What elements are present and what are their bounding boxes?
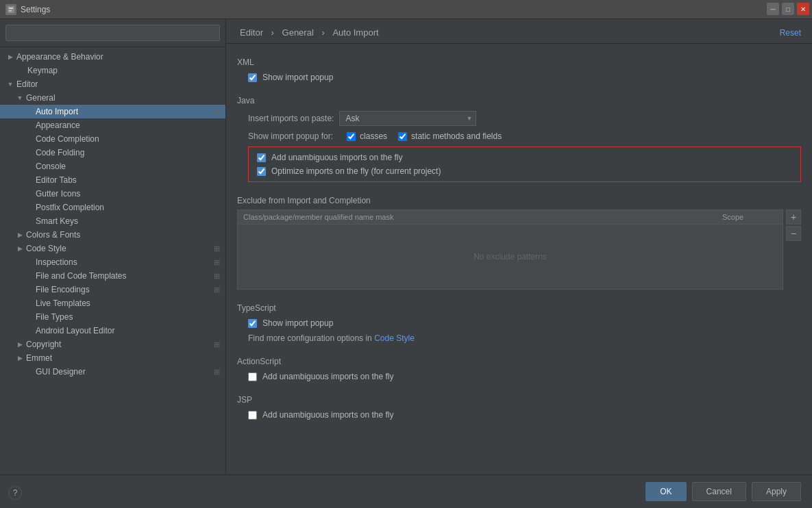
breadcrumb-separator: › xyxy=(271,27,277,38)
sidebar-item-emmet[interactable]: ▶ Emmet xyxy=(0,351,225,365)
sidebar-item-code-style[interactable]: ▶ Code Style ⊞ xyxy=(0,242,225,255)
cancel-button[interactable]: Cancel xyxy=(692,482,746,501)
sidebar-item-live-templates[interactable]: Live Templates xyxy=(0,296,225,310)
actionscript-section: ActionScript Add unambiguous imports on … xyxy=(237,357,801,381)
breadcrumb-separator: › xyxy=(321,27,327,38)
static-methods-check-group: static methods and fields xyxy=(398,131,502,141)
breadcrumb-part-general: General xyxy=(282,27,314,38)
sidebar-item-editor-tabs[interactable]: Editor Tabs xyxy=(0,173,225,187)
exclude-table-wrapper: Class/package/member qualified name mask… xyxy=(237,209,801,290)
sidebar-item-colors-fonts[interactable]: ▶ Colors & Fonts xyxy=(0,228,225,242)
as-add-unambiguous-label: Add unambiguous imports on the fly xyxy=(262,372,393,381)
classes-label: classes xyxy=(360,131,387,141)
sidebar-item-code-completion[interactable]: Code Completion xyxy=(0,132,225,146)
sidebar: ▶ Appearance & Behavior Keymap ▼ Editor … xyxy=(0,19,226,474)
sidebar-item-label: Code Completion xyxy=(34,134,225,144)
config-icon: ⊞ xyxy=(214,285,220,294)
optimize-imports-label: Optimize imports on the fly (for current… xyxy=(271,166,441,176)
sidebar-item-keymap[interactable]: Keymap xyxy=(0,64,225,77)
content-area: ▶ Appearance & Behavior Keymap ▼ Editor … xyxy=(0,19,812,474)
java-section: Java Insert imports on paste: Ask All No… xyxy=(237,96,801,182)
sidebar-item-gui-designer[interactable]: GUI Designer ⊞ xyxy=(0,365,225,379)
minimize-button[interactable]: ─ xyxy=(767,3,779,15)
sidebar-item-file-encodings[interactable]: File Encodings ⊞ xyxy=(0,283,225,296)
sidebar-item-label: Android Layout Editor xyxy=(34,326,225,335)
xml-show-import-popup-label: Show import popup xyxy=(262,73,333,82)
as-add-unambiguous-row: Add unambiguous imports on the fly xyxy=(237,372,801,381)
arrow-icon: ▶ xyxy=(15,231,25,238)
sidebar-item-auto-import[interactable]: Auto Import ⊞ xyxy=(0,105,225,118)
sidebar-item-file-types[interactable]: File Types xyxy=(0,310,225,324)
sidebar-item-gutter-icons[interactable]: Gutter Icons xyxy=(0,187,225,201)
find-more-row: Find more configuration options in Code … xyxy=(237,333,801,343)
optimize-imports-checkbox[interactable] xyxy=(257,167,266,176)
sidebar-item-android-layout-editor[interactable]: Android Layout Editor xyxy=(0,324,225,338)
reset-link[interactable]: Reset xyxy=(780,28,801,38)
sidebar-item-label: Keymap xyxy=(26,66,225,75)
insert-imports-select[interactable]: Ask All None xyxy=(339,111,476,126)
app-icon xyxy=(5,4,16,15)
sidebar-item-label: GUI Designer xyxy=(34,367,214,377)
sidebar-item-label: General xyxy=(25,93,225,103)
find-more-text: Find more configuration options in xyxy=(248,333,372,343)
sidebar-item-label: Inspections xyxy=(34,257,214,267)
exclude-table: Class/package/member qualified name mask… xyxy=(237,209,783,290)
sidebar-item-file-code-templates[interactable]: File and Code Templates ⊞ xyxy=(0,269,225,283)
window-controls: ─ □ ✕ xyxy=(767,3,809,15)
help-button[interactable]: ? xyxy=(8,486,22,500)
sidebar-item-label: Postfix Completion xyxy=(34,203,225,212)
search-input[interactable] xyxy=(5,25,220,41)
tree-view: ▶ Appearance & Behavior Keymap ▼ Editor … xyxy=(0,47,225,474)
sidebar-item-smart-keys[interactable]: Smart Keys xyxy=(0,214,225,228)
sidebar-item-editor[interactable]: ▼ Editor xyxy=(0,77,225,91)
code-style-link[interactable]: Code Style xyxy=(374,333,415,343)
close-button[interactable]: ✕ xyxy=(797,3,809,15)
show-import-popup-for-row: Show import popup for: classes static me… xyxy=(237,131,801,141)
ts-show-import-popup-checkbox[interactable] xyxy=(248,319,257,328)
exclude-empty-text: No exclude patterns xyxy=(238,225,783,289)
sidebar-item-appearance-behavior[interactable]: ▶ Appearance & Behavior xyxy=(0,50,225,64)
sidebar-item-code-folding[interactable]: Code Folding xyxy=(0,146,225,160)
insert-imports-label: Insert imports on paste: xyxy=(248,114,334,123)
maximize-button[interactable]: □ xyxy=(782,3,794,15)
panel-header: Editor › General › Auto Import Reset xyxy=(226,19,812,44)
remove-exclude-button[interactable]: − xyxy=(786,226,801,241)
sidebar-item-console[interactable]: Console xyxy=(0,160,225,173)
bottom-bar: ? OK Cancel Apply xyxy=(0,474,812,508)
sidebar-item-label: Appearance xyxy=(34,120,225,130)
exclude-section: Exclude from Import and Completion Class… xyxy=(237,196,801,290)
add-exclude-button[interactable]: + xyxy=(786,209,801,225)
as-add-unambiguous-checkbox[interactable] xyxy=(248,372,257,381)
sidebar-item-label: Editor xyxy=(15,79,225,89)
sidebar-item-copyright[interactable]: ▶ Copyright ⊞ xyxy=(0,338,225,351)
static-methods-checkbox[interactable] xyxy=(398,132,407,141)
classes-checkbox[interactable] xyxy=(347,132,356,141)
ok-button[interactable]: OK xyxy=(645,482,686,501)
main-container: ▶ Appearance & Behavior Keymap ▼ Editor … xyxy=(0,19,812,508)
sidebar-item-inspections[interactable]: Inspections ⊞ xyxy=(0,255,225,269)
sidebar-item-postfix-completion[interactable]: Postfix Completion xyxy=(0,201,225,214)
sidebar-item-appearance[interactable]: Appearance xyxy=(0,118,225,132)
optimize-imports-row: Optimize imports on the fly (for current… xyxy=(257,166,792,176)
jsp-add-unambiguous-checkbox[interactable] xyxy=(248,411,257,420)
panel-content: XML Show import popup Java Insert import… xyxy=(226,44,812,474)
insert-imports-dropdown-wrapper: Ask All None xyxy=(339,111,476,126)
jsp-section-label: JSP xyxy=(237,395,801,405)
breadcrumb-part-editor: Editor xyxy=(240,27,263,38)
col-scope-header: Scope xyxy=(722,213,777,221)
sidebar-item-label: Code Style xyxy=(25,244,214,253)
config-icon: ⊞ xyxy=(214,368,220,377)
add-unambiguous-checkbox[interactable] xyxy=(257,153,266,162)
sidebar-item-label: Editor Tabs xyxy=(34,175,225,185)
static-methods-label: static methods and fields xyxy=(411,131,502,141)
arrow-icon: ▼ xyxy=(15,94,25,101)
window-title: Settings xyxy=(21,5,50,14)
xml-show-import-popup-checkbox[interactable] xyxy=(248,73,257,82)
sidebar-item-label: Console xyxy=(34,162,225,171)
config-icon: ⊞ xyxy=(214,244,220,253)
show-import-popup-for-label: Show import popup for: xyxy=(248,131,333,141)
exclude-label: Exclude from Import and Completion xyxy=(237,196,801,205)
apply-button[interactable]: Apply xyxy=(752,482,801,501)
sidebar-item-general[interactable]: ▼ General xyxy=(0,91,225,105)
exclude-table-header: Class/package/member qualified name mask… xyxy=(238,210,783,225)
